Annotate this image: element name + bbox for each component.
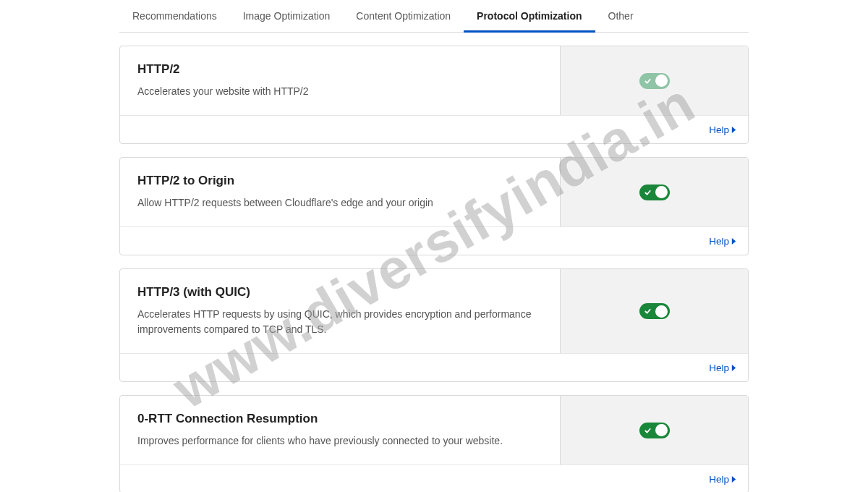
check-icon: [644, 308, 652, 315]
tab-other[interactable]: Other: [595, 3, 647, 33]
card-control: [560, 396, 748, 465]
card-control: [560, 46, 748, 115]
card-description: Allow HTTP/2 requests between Cloudflare…: [137, 195, 542, 211]
tab-protocol-optimization[interactable]: Protocol Optimization: [464, 3, 595, 33]
toggle-http3[interactable]: [639, 303, 670, 319]
card-http3: HTTP/3 (with QUIC) Accelerates HTTP requ…: [119, 268, 749, 382]
card-description: Accelerates HTTP requests by using QUIC,…: [137, 307, 542, 337]
card-content: HTTP/2 Accelerates your website with HTT…: [120, 46, 560, 115]
help-label: Help: [709, 474, 729, 485]
check-icon: [644, 77, 652, 85]
tab-image-optimization[interactable]: Image Optimization: [230, 3, 344, 33]
tab-bar: Recommendations Image Optimization Conte…: [119, 3, 749, 33]
card-title: HTTP/2 to Origin: [137, 174, 542, 188]
card-control: [560, 158, 748, 226]
card-footer: Help: [120, 115, 748, 143]
chevron-right-icon: [731, 238, 736, 245]
card-body: 0-RTT Connection Resumption Improves per…: [120, 396, 748, 465]
card-content: HTTP/2 to Origin Allow HTTP/2 requests b…: [120, 158, 560, 226]
card-content: 0-RTT Connection Resumption Improves per…: [120, 396, 560, 465]
toggle-knob: [655, 186, 668, 198]
card-body: HTTP/3 (with QUIC) Accelerates HTTP requ…: [120, 269, 748, 353]
tab-recommendations[interactable]: Recommendations: [119, 3, 230, 33]
help-link[interactable]: Help: [709, 362, 736, 373]
card-body: HTTP/2 Accelerates your website with HTT…: [120, 46, 748, 115]
check-icon: [644, 426, 652, 434]
card-control: [560, 269, 748, 353]
settings-container: Recommendations Image Optimization Conte…: [119, 0, 749, 492]
card-content: HTTP/3 (with QUIC) Accelerates HTTP requ…: [120, 269, 560, 353]
check-icon: [644, 188, 652, 196]
card-title: 0-RTT Connection Resumption: [137, 412, 542, 426]
card-http2: HTTP/2 Accelerates your website with HTT…: [119, 46, 749, 144]
toggle-http2-origin[interactable]: [639, 184, 670, 200]
help-link[interactable]: Help: [709, 474, 736, 485]
help-link[interactable]: Help: [709, 124, 736, 135]
chevron-right-icon: [731, 365, 736, 371]
chevron-right-icon: [731, 476, 736, 483]
toggle-knob: [655, 305, 668, 318]
card-description: Improves performance for clients who hav…: [137, 433, 542, 449]
toggle-knob: [655, 424, 668, 436]
toggle-http2[interactable]: [639, 73, 670, 89]
help-label: Help: [709, 124, 729, 135]
card-description: Accelerates your website with HTTP/2: [137, 84, 542, 99]
card-0rtt: 0-RTT Connection Resumption Improves per…: [119, 395, 749, 492]
tab-content-optimization[interactable]: Content Optimization: [343, 3, 464, 33]
chevron-right-icon: [731, 127, 736, 133]
help-label: Help: [709, 362, 729, 373]
card-body: HTTP/2 to Origin Allow HTTP/2 requests b…: [120, 158, 748, 226]
card-footer: Help: [120, 465, 748, 492]
card-footer: Help: [120, 353, 748, 381]
card-http2-origin: HTTP/2 to Origin Allow HTTP/2 requests b…: [119, 157, 749, 255]
card-title: HTTP/3 (with QUIC): [137, 285, 542, 300]
toggle-0rtt[interactable]: [639, 423, 670, 438]
toggle-knob: [655, 75, 668, 87]
help-label: Help: [709, 236, 729, 247]
help-link[interactable]: Help: [709, 236, 736, 247]
card-footer: Help: [120, 226, 748, 255]
card-title: HTTP/2: [137, 62, 542, 77]
